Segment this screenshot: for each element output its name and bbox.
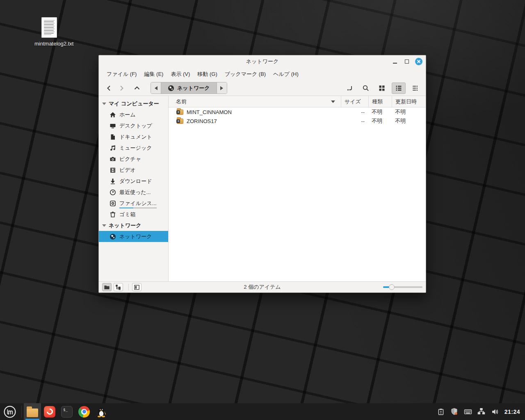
- file-name: MINT_CINNAMON: [187, 109, 232, 115]
- file-modified: 不明: [392, 108, 426, 116]
- file-size: --: [341, 118, 368, 124]
- sidebar-item-filesystem[interactable]: ファイルシス...: [99, 198, 168, 209]
- clock-icon: [110, 189, 116, 196]
- column-header-size[interactable]: サイズ: [341, 96, 368, 107]
- menu-file[interactable]: ファイル (F): [103, 68, 140, 80]
- taskbar-app-terminal[interactable]: $_: [58, 403, 75, 420]
- search-button[interactable]: [360, 82, 372, 94]
- list-header: 名前 サイズ 種類 更新日時: [169, 96, 426, 107]
- sort-descending-icon: [331, 100, 335, 103]
- file-type: 不明: [368, 108, 392, 116]
- network-icon[interactable]: [477, 408, 486, 416]
- globe-icon: [110, 233, 116, 240]
- sidebar-item-network[interactable]: ネットワーク: [99, 231, 168, 242]
- column-header-type[interactable]: 種類: [368, 96, 392, 107]
- download-icon: [110, 178, 116, 185]
- sidebar-item-desktop[interactable]: デスクトップ: [99, 120, 168, 131]
- compact-view-button[interactable]: [409, 82, 422, 94]
- sidebar-item-downloads[interactable]: ダウンロード: [99, 176, 168, 187]
- sidebar-item-pictures[interactable]: ピクチャ: [99, 153, 168, 164]
- titlebar[interactable]: ネットワーク: [99, 55, 426, 68]
- menu-view[interactable]: 表示 (V): [167, 68, 194, 80]
- sidebar-item-home[interactable]: ホーム: [99, 109, 168, 120]
- volume-icon[interactable]: [491, 408, 499, 416]
- sidebar-section-my-computer[interactable]: マイ コンピューター: [99, 98, 168, 109]
- sidebar-item-trash[interactable]: ゴミ箱: [99, 209, 168, 220]
- breadcrumb-current[interactable]: ネットワーク: [161, 82, 217, 94]
- shared-folder-icon: [177, 119, 183, 124]
- window-title: ネットワーク: [99, 58, 426, 65]
- sidebar: マイ コンピューター ホーム デスクトップ ドキュメント ミュージック: [99, 96, 169, 281]
- column-header-modified[interactable]: 更新日時: [392, 96, 426, 107]
- system-tray: 21:24: [437, 408, 525, 416]
- list-view-icon: [395, 84, 402, 92]
- breadcrumb-label: ネットワーク: [177, 84, 210, 92]
- menu-bookmarks[interactable]: ブックマーク (B): [221, 68, 269, 80]
- menu-edit[interactable]: 編集 (E): [140, 68, 167, 80]
- zoom-slider[interactable]: [383, 284, 422, 290]
- breadcrumb-prev-button[interactable]: [151, 82, 161, 94]
- back-button[interactable]: [103, 82, 115, 94]
- icon-view-icon: [378, 84, 386, 92]
- item-count-text: 2 個のアイテム: [99, 283, 426, 291]
- desktop-file-label: mintmatelog2.txt: [34, 41, 64, 47]
- list-view-button[interactable]: [392, 82, 406, 94]
- shared-folder-icon: [177, 110, 183, 115]
- search-icon: [362, 84, 370, 92]
- disk-usage-bar: [119, 208, 157, 208]
- desktop-file-mintmatelog2[interactable]: mintmatelog2.txt: [34, 17, 64, 47]
- camera-icon: [110, 156, 116, 162]
- close-button[interactable]: [415, 58, 422, 65]
- forward-button[interactable]: [115, 82, 128, 94]
- update-shield-icon[interactable]: [450, 408, 459, 416]
- column-header-name[interactable]: 名前: [169, 96, 341, 107]
- taskbar-app-file-manager[interactable]: [24, 403, 41, 420]
- taskbar-clock[interactable]: 21:24: [504, 409, 520, 415]
- desktop-icon: [110, 123, 116, 129]
- report-clipboard-icon[interactable]: [437, 408, 445, 416]
- sidebar-item-documents[interactable]: ドキュメント: [99, 131, 168, 142]
- file-modified: 不明: [392, 117, 426, 125]
- file-row-mint-cinnamon[interactable]: MINT_CINNAMON -- 不明 不明: [169, 107, 426, 116]
- toggle-location-entry-button[interactable]: [344, 82, 356, 94]
- file-size: --: [341, 109, 368, 115]
- taskbar-separator: [21, 406, 22, 418]
- expander-triangle-icon[interactable]: [102, 224, 106, 227]
- desktop: mintmatelog2.txt ネットワーク ファイル (F) 編集 (E) …: [0, 0, 525, 420]
- disk-icon: [110, 200, 116, 207]
- triangle-left-icon: [155, 86, 158, 90]
- expander-triangle-icon[interactable]: [102, 103, 106, 105]
- toolbar: ネットワーク: [99, 80, 426, 96]
- home-icon: [110, 112, 116, 118]
- menu-help[interactable]: ヘルプ (H): [269, 68, 302, 80]
- globe-icon: [168, 85, 174, 91]
- up-button[interactable]: [131, 82, 143, 94]
- taskbar-app-tux[interactable]: [93, 403, 110, 420]
- sidebar-item-recent[interactable]: 最近使った...: [99, 187, 168, 198]
- text-file-icon: [41, 17, 57, 38]
- chrome-icon: [78, 406, 90, 418]
- taskbar-app-firefox[interactable]: [41, 403, 58, 420]
- sidebar-section-network[interactable]: ネットワーク: [99, 220, 168, 231]
- video-icon: [110, 167, 116, 173]
- taskbar-app-chrome[interactable]: [75, 403, 93, 420]
- zoom-slider-knob[interactable]: [389, 284, 395, 290]
- minimize-button[interactable]: [391, 58, 399, 65]
- file-row-zorinos17[interactable]: ZORINOS17 -- 不明 不明: [169, 116, 426, 126]
- sidebar-item-videos[interactable]: ビデオ: [99, 164, 168, 176]
- document-icon: [110, 134, 116, 140]
- mint-menu-button[interactable]: [0, 403, 19, 420]
- sidebar-item-music[interactable]: ミュージック: [99, 142, 168, 153]
- breadcrumb-next-button[interactable]: [217, 82, 227, 94]
- edit-location-icon: [346, 84, 354, 92]
- taskbar: $_: [0, 403, 525, 420]
- maximize-button[interactable]: [403, 58, 411, 65]
- chevron-right-icon: [118, 84, 125, 92]
- icon-view-button[interactable]: [376, 82, 388, 94]
- triangle-right-icon: [220, 86, 223, 90]
- breadcrumb: ネットワーク: [151, 82, 227, 94]
- file-type: 不明: [368, 117, 392, 125]
- menu-go[interactable]: 移動 (G): [194, 68, 221, 80]
- keyboard-layout-icon[interactable]: [464, 408, 472, 416]
- chevron-left-icon: [105, 84, 113, 92]
